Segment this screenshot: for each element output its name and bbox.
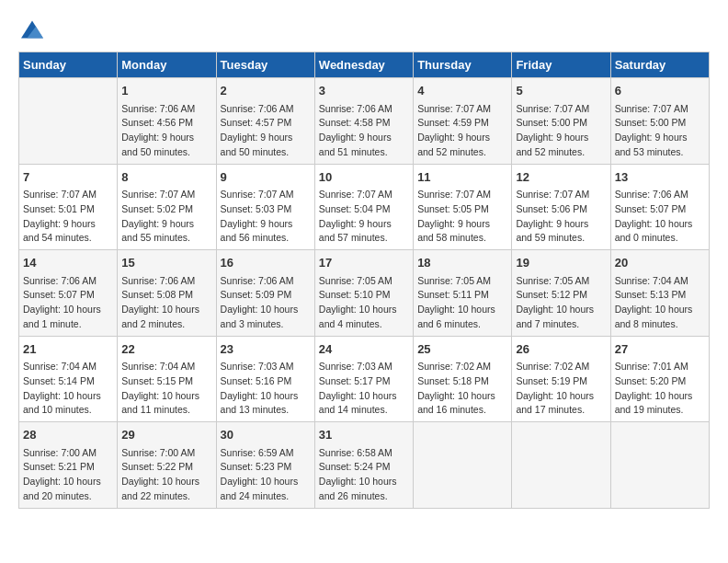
day-info: Sunrise: 7:06 AMSunset: 5:07 PMDaylight:…: [615, 188, 705, 246]
day-number: 25: [417, 340, 507, 359]
day-cell: 13Sunrise: 7:06 AMSunset: 5:07 PMDayligh…: [610, 164, 709, 250]
day-cell: [19, 78, 118, 165]
day-cell: 17Sunrise: 7:05 AMSunset: 5:10 PMDayligh…: [314, 250, 413, 337]
day-cell: 25Sunrise: 7:02 AMSunset: 5:18 PMDayligh…: [414, 336, 512, 422]
day-info: Sunrise: 7:05 AMSunset: 5:10 PMDaylight:…: [319, 274, 409, 332]
day-cell: 8Sunrise: 7:07 AMSunset: 5:02 PMDaylight…: [118, 164, 216, 250]
day-cell: 30Sunrise: 6:59 AMSunset: 5:23 PMDayligh…: [216, 422, 314, 509]
day-number: 24: [319, 340, 409, 359]
day-cell: 22Sunrise: 7:04 AMSunset: 5:15 PMDayligh…: [118, 336, 216, 422]
day-cell: 5Sunrise: 7:07 AMSunset: 5:00 PMDaylight…: [512, 78, 610, 165]
day-cell: 21Sunrise: 7:04 AMSunset: 5:14 PMDayligh…: [19, 336, 118, 422]
day-info: Sunrise: 7:07 AMSunset: 5:05 PMDaylight:…: [417, 188, 507, 246]
day-cell: 23Sunrise: 7:03 AMSunset: 5:16 PMDayligh…: [216, 336, 314, 422]
week-row-1: 1Sunrise: 7:06 AMSunset: 4:56 PMDaylight…: [19, 78, 710, 165]
day-info: Sunrise: 7:05 AMSunset: 5:11 PMDaylight:…: [417, 274, 507, 332]
day-info: Sunrise: 7:06 AMSunset: 4:56 PMDaylight:…: [121, 102, 211, 160]
day-info: Sunrise: 7:00 AMSunset: 5:22 PMDaylight:…: [121, 446, 211, 504]
day-cell: 15Sunrise: 7:06 AMSunset: 5:08 PMDayligh…: [118, 250, 216, 337]
day-number: 14: [23, 254, 113, 272]
header-monday: Monday: [118, 52, 216, 78]
day-number: 2: [221, 82, 311, 100]
day-cell: 14Sunrise: 7:06 AMSunset: 5:07 PMDayligh…: [19, 250, 118, 337]
header-thursday: Thursday: [414, 52, 512, 78]
day-info: Sunrise: 7:07 AMSunset: 5:04 PMDaylight:…: [319, 188, 409, 246]
day-cell: 2Sunrise: 7:06 AMSunset: 4:57 PMDaylight…: [216, 78, 314, 165]
day-number: 12: [516, 168, 606, 187]
day-number: 19: [516, 254, 606, 272]
day-cell: 18Sunrise: 7:05 AMSunset: 5:11 PMDayligh…: [414, 250, 512, 337]
day-info: Sunrise: 7:07 AMSunset: 5:02 PMDaylight:…: [121, 188, 211, 246]
day-number: 17: [319, 254, 409, 272]
day-number: 1: [121, 82, 211, 100]
day-cell: 16Sunrise: 7:06 AMSunset: 5:09 PMDayligh…: [216, 250, 314, 337]
day-number: 23: [221, 340, 311, 359]
day-number: 31: [319, 426, 409, 444]
day-info: Sunrise: 7:04 AMSunset: 5:14 PMDaylight:…: [23, 360, 113, 418]
day-number: 21: [23, 340, 113, 359]
day-number: 16: [221, 254, 311, 272]
day-cell: [610, 422, 709, 509]
day-number: 11: [417, 168, 507, 187]
day-info: Sunrise: 7:07 AMSunset: 5:00 PMDaylight:…: [516, 102, 606, 160]
day-number: 3: [319, 82, 409, 100]
day-info: Sunrise: 7:03 AMSunset: 5:17 PMDaylight:…: [319, 360, 409, 418]
day-cell: 12Sunrise: 7:07 AMSunset: 5:06 PMDayligh…: [512, 164, 610, 250]
day-info: Sunrise: 6:58 AMSunset: 5:24 PMDaylight:…: [319, 446, 409, 504]
day-info: Sunrise: 7:06 AMSunset: 5:07 PMDaylight:…: [23, 274, 113, 332]
day-number: 27: [615, 340, 705, 359]
day-number: 10: [319, 168, 409, 187]
day-number: 29: [121, 426, 211, 444]
day-number: 28: [23, 426, 113, 444]
day-cell: 31Sunrise: 6:58 AMSunset: 5:24 PMDayligh…: [314, 422, 413, 509]
day-cell: 29Sunrise: 7:00 AMSunset: 5:22 PMDayligh…: [118, 422, 216, 509]
day-info: Sunrise: 7:07 AMSunset: 4:59 PMDaylight:…: [417, 102, 507, 160]
day-info: Sunrise: 7:07 AMSunset: 5:03 PMDaylight:…: [221, 188, 311, 246]
day-cell: 3Sunrise: 7:06 AMSunset: 4:58 PMDaylight…: [314, 78, 413, 165]
header-tuesday: Tuesday: [216, 52, 314, 78]
day-number: 22: [121, 340, 211, 359]
header-saturday: Saturday: [610, 52, 709, 78]
day-cell: 4Sunrise: 7:07 AMSunset: 4:59 PMDaylight…: [414, 78, 512, 165]
week-row-5: 28Sunrise: 7:00 AMSunset: 5:21 PMDayligh…: [19, 422, 710, 509]
day-number: 26: [516, 340, 606, 359]
day-info: Sunrise: 7:01 AMSunset: 5:20 PMDaylight:…: [615, 360, 705, 418]
day-number: 30: [221, 426, 311, 444]
logo-text: [18, 18, 43, 40]
day-number: 15: [121, 254, 211, 272]
day-cell: 19Sunrise: 7:05 AMSunset: 5:12 PMDayligh…: [512, 250, 610, 337]
logo: [18, 18, 43, 40]
week-row-2: 7Sunrise: 7:07 AMSunset: 5:01 PMDaylight…: [19, 164, 710, 250]
day-info: Sunrise: 7:05 AMSunset: 5:12 PMDaylight:…: [516, 274, 606, 332]
day-cell: 24Sunrise: 7:03 AMSunset: 5:17 PMDayligh…: [314, 336, 413, 422]
day-info: Sunrise: 7:07 AMSunset: 5:00 PMDaylight:…: [615, 102, 705, 160]
day-info: Sunrise: 7:03 AMSunset: 5:16 PMDaylight:…: [221, 360, 311, 418]
day-cell: 20Sunrise: 7:04 AMSunset: 5:13 PMDayligh…: [610, 250, 709, 337]
day-info: Sunrise: 7:06 AMSunset: 5:09 PMDaylight:…: [221, 274, 311, 332]
day-info: Sunrise: 7:06 AMSunset: 5:08 PMDaylight:…: [121, 274, 211, 332]
day-cell: [512, 422, 610, 509]
calendar-table: SundayMondayTuesdayWednesdayThursdayFrid…: [18, 52, 710, 509]
day-cell: 28Sunrise: 7:00 AMSunset: 5:21 PMDayligh…: [19, 422, 118, 509]
day-number: 6: [615, 82, 705, 100]
page-header: [18, 18, 710, 40]
day-info: Sunrise: 7:07 AMSunset: 5:01 PMDaylight:…: [23, 188, 113, 246]
day-info: Sunrise: 7:06 AMSunset: 4:58 PMDaylight:…: [319, 102, 409, 160]
day-number: 4: [417, 82, 507, 100]
day-number: 13: [615, 168, 705, 187]
week-row-3: 14Sunrise: 7:06 AMSunset: 5:07 PMDayligh…: [19, 250, 710, 337]
day-cell: 27Sunrise: 7:01 AMSunset: 5:20 PMDayligh…: [610, 336, 709, 422]
day-cell: 10Sunrise: 7:07 AMSunset: 5:04 PMDayligh…: [314, 164, 413, 250]
header-row: SundayMondayTuesdayWednesdayThursdayFrid…: [19, 52, 710, 78]
day-cell: 1Sunrise: 7:06 AMSunset: 4:56 PMDaylight…: [118, 78, 216, 165]
header-friday: Friday: [512, 52, 610, 78]
day-info: Sunrise: 6:59 AMSunset: 5:23 PMDaylight:…: [221, 446, 311, 504]
logo-icon: [21, 18, 43, 40]
day-info: Sunrise: 7:04 AMSunset: 5:15 PMDaylight:…: [121, 360, 211, 418]
day-number: 20: [615, 254, 705, 272]
day-cell: 6Sunrise: 7:07 AMSunset: 5:00 PMDaylight…: [610, 78, 709, 165]
day-number: 7: [23, 168, 113, 187]
day-info: Sunrise: 7:00 AMSunset: 5:21 PMDaylight:…: [23, 446, 113, 504]
day-number: 9: [221, 168, 311, 187]
week-row-4: 21Sunrise: 7:04 AMSunset: 5:14 PMDayligh…: [19, 336, 710, 422]
